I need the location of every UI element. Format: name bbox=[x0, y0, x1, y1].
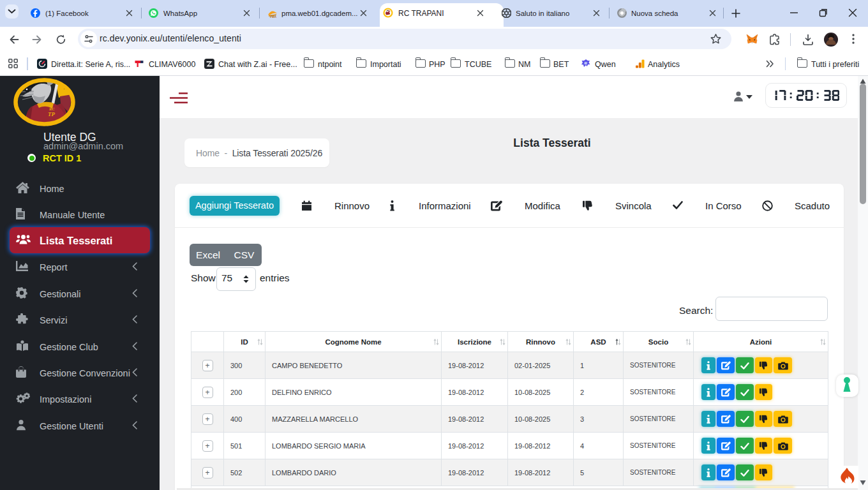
svg-text:TP: TP bbox=[48, 111, 55, 117]
svg-text:PMA: PMA bbox=[270, 15, 277, 18]
svg-text:RC: RC bbox=[49, 107, 55, 111]
